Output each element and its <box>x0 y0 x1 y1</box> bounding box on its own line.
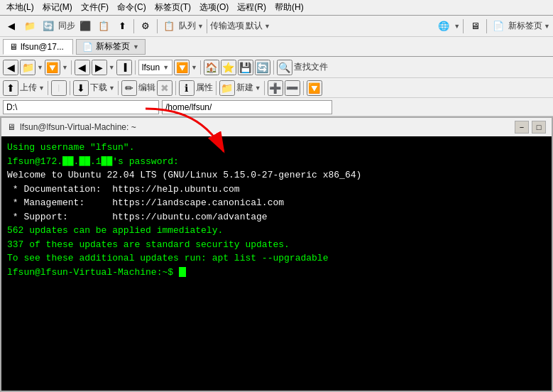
fm-btn-download[interactable]: ⬇ <box>73 80 89 96</box>
fm-btn-edit[interactable]: ✏ <box>121 80 137 96</box>
fm-filter-dropdown[interactable]: ▼ <box>191 64 197 71</box>
terminal-cursor <box>179 267 186 277</box>
toolbar-btn-monitor[interactable]: 🖥 <box>466 18 483 35</box>
terminal-line-2: Welcome to Ubuntu 22.04 LTS (GNU/Linux 5… <box>7 168 546 183</box>
separator-a4 <box>175 81 176 95</box>
toolbar3: ⬆ 上传 ▼ | ⬇ 下载 ▼ ✏ 编辑 ✖ ℹ 属性 📁 新建 ▼ ➕ ➖ 🔽 <box>0 78 553 98</box>
terminal-line-1: lfsun@172.██.██.1██'s password: <box>7 155 546 169</box>
fm-btn-nav[interactable]: 🔽 <box>45 60 60 75</box>
fm-btn-folder[interactable]: 📁 <box>20 60 35 75</box>
separator-a1 <box>48 81 48 95</box>
fm-btn-search-icon[interactable]: 🔍 <box>277 60 292 75</box>
upload-dropdown[interactable]: ▼ <box>38 85 45 92</box>
menu-command[interactable]: 命令(C) <box>114 1 150 14</box>
fm-btn-up-arrow[interactable]: ⬆ <box>3 80 18 96</box>
terminal-line-9: 337 of these updates are standard securi… <box>7 238 546 252</box>
terminal-body[interactable]: Using username "lfsun".lfsun@172.██.██.1… <box>0 136 553 392</box>
fm-folder-dropdown[interactable]: ▼ <box>37 64 43 71</box>
fm-arrow-dropdown[interactable]: ▼ <box>109 64 115 71</box>
globe-dropdown-arrow[interactable]: ▼ <box>454 23 460 30</box>
fm-lfsun-label: lfsun <box>142 62 160 72</box>
menu-remote[interactable]: 远程(R) <box>234 1 270 14</box>
tab-new[interactable]: 📄 新标签页 ▼ <box>76 39 146 55</box>
default-label: 默认 <box>246 20 263 32</box>
terminal-line-12: lfsun@lfsun-Virtual-Machine:~$ <box>7 266 546 280</box>
separator-a3 <box>118 81 119 95</box>
remote-path-input[interactable] <box>162 100 332 114</box>
fm-lfsun-dropdown[interactable]: lfsun ▼ <box>138 60 173 75</box>
queue-dropdown-arrow[interactable]: ▼ <box>197 23 204 30</box>
lfsun-dropdown-icon: ▼ <box>163 64 169 71</box>
fm-btn-home[interactable]: 🏠 <box>204 60 219 75</box>
toolbar-btn-up[interactable]: ⬆ <box>114 18 131 35</box>
fm-btn-funnel[interactable]: 🔽 <box>307 80 322 96</box>
newtab-dropdown-arrow[interactable]: ▼ <box>544 23 550 30</box>
terminal-icon: 🖥 <box>7 122 16 132</box>
addressbar <box>0 98 553 116</box>
new-tab-label: 新标签页 <box>508 20 542 32</box>
toolbar2: ◀ 📁 ▼ 🔽 ▼ ◀ ▶ ▼ ▐ lfsun ▼ 🔽 ▼ 🏠 ⭐ 💾 🔄 🔍 … <box>0 57 553 78</box>
fm-btn-arrow-left[interactable]: ◀ <box>75 60 90 75</box>
terminal-title-area: 🖥 lfsun@lfsun-Virtual-Machine: ~ <box>7 122 136 132</box>
download-dropdown[interactable]: ▼ <box>109 85 115 92</box>
fm-btn-minus[interactable]: ➖ <box>285 80 300 96</box>
properties-label: 属性 <box>196 82 213 94</box>
terminal-line-6: * Support: https://ubuntu.com/advantage <box>7 210 546 224</box>
separator-a2 <box>70 81 70 95</box>
fm-btn-x[interactable]: ✖ <box>157 80 173 96</box>
fm-btn-filter[interactable]: 🔽 <box>174 60 190 75</box>
fm-btn-drive[interactable]: 💾 <box>238 60 253 75</box>
transfer-dropdown-arrow[interactable]: ▼ <box>264 23 270 30</box>
tab-session1[interactable]: 🖥 lfsun@17... <box>3 39 73 55</box>
separator-a6 <box>264 81 265 95</box>
menu-options[interactable]: 选项(O) <box>196 1 232 14</box>
separator-5 <box>486 19 487 33</box>
toolbar-btn-gear[interactable]: ⚙ <box>137 18 154 35</box>
separator-fm1 <box>71 60 72 75</box>
fm-btn-arrow-right[interactable]: ▶ <box>92 60 107 75</box>
menubar: 本地(L) 标记(M) 文件(F) 命令(C) 标签页(T) 选项(O) 远程(… <box>0 0 553 16</box>
terminal-maximize-btn[interactable]: □ <box>532 121 546 134</box>
menu-local[interactable]: 本地(L) <box>3 1 38 14</box>
toolbar-btn-cmd[interactable]: ⬛ <box>77 18 94 35</box>
toolbar-btn-refresh[interactable]: 🔄 <box>40 18 57 35</box>
toolbar-btn-globe[interactable]: 🌐 <box>435 18 452 35</box>
menu-help[interactable]: 帮助(H) <box>271 1 307 14</box>
new-label: 新建 <box>236 82 253 94</box>
local-path-input[interactable] <box>3 100 159 114</box>
tab2-label: 新标签页 <box>96 40 130 53</box>
tab-dropdown-arrow[interactable]: ▼ <box>133 43 139 50</box>
toolbar-btn-queue-icon[interactable]: 📋 <box>160 18 177 35</box>
terminal-minimize-btn[interactable]: − <box>515 121 529 134</box>
terminal-line-5: * Management: https://landscape.canonica… <box>7 196 546 210</box>
fm-btn-plus[interactable]: ➕ <box>268 80 283 96</box>
download-label: 下载 <box>90 82 107 94</box>
find-files-label: 查找文件 <box>294 61 328 73</box>
terminal-line-4: * Documentation: https://help.ubuntu.com <box>7 183 546 197</box>
new-dropdown[interactable]: ▼ <box>255 85 261 92</box>
separator-fm3 <box>200 60 201 75</box>
toolbar1: ◀ 📁 🔄 同步 ⬛ 📋 ⬆ ⚙ 📋 队列 ▼ 传输选项 默认 ▼ 🌐 ▼ 🖥 … <box>0 16 553 37</box>
fm-btn-bookmark[interactable]: ⭐ <box>221 60 236 75</box>
queue-label: 队列 <box>179 20 196 32</box>
terminal-line-8: 562 updates can be applied immediately. <box>7 224 546 238</box>
fm-btn-refresh[interactable]: 🔄 <box>255 60 270 75</box>
menu-mark[interactable]: 标记(M) <box>39 1 76 14</box>
fm-btn-back[interactable]: ◀ <box>3 60 18 75</box>
separator-fm2 <box>135 60 136 75</box>
fm-nav-dropdown[interactable]: ▼ <box>62 64 68 71</box>
new-tab-icon[interactable]: 📄 <box>490 18 507 35</box>
fm-btn-divider[interactable]: ▐ <box>116 60 132 75</box>
toolbar-btn-folder[interactable]: 📁 <box>21 18 38 35</box>
fm-btn-info[interactable]: ℹ <box>179 80 195 96</box>
menu-tabs[interactable]: 标签页(T) <box>151 1 195 14</box>
menu-file[interactable]: 文件(F) <box>77 1 112 14</box>
terminal-title-text: lfsun@lfsun-Virtual-Machine: ~ <box>20 122 136 132</box>
toolbar-btn-1[interactable]: ◀ <box>3 18 20 35</box>
sync-label: 同步 <box>58 20 75 32</box>
edit-label: 编辑 <box>138 82 155 94</box>
toolbar-btn-sftp[interactable]: 📋 <box>95 18 112 35</box>
separator-3 <box>207 19 207 33</box>
fm-btn-folder-new[interactable]: 📁 <box>219 80 235 96</box>
fm-btn-divider2[interactable]: | <box>51 80 67 96</box>
